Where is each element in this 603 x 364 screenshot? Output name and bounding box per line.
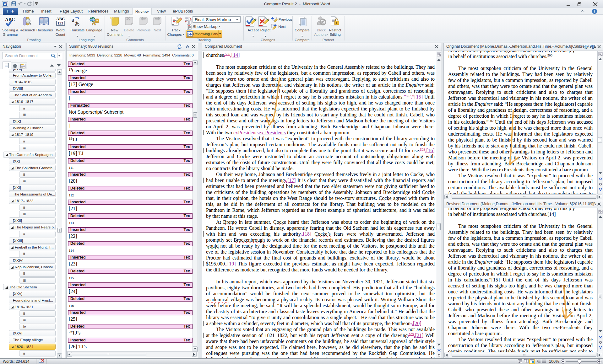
svg-text:?: ? — [594, 9, 595, 13]
svg-text:ABC: ABC — [5, 17, 15, 22]
svg-text:a: a — [72, 17, 74, 23]
svg-text:あ: あ — [75, 21, 80, 26]
svg-text:ABC: ABC — [56, 16, 65, 21]
svg-text:123: 123 — [57, 21, 63, 25]
svg-text:字: 字 — [95, 19, 99, 23]
